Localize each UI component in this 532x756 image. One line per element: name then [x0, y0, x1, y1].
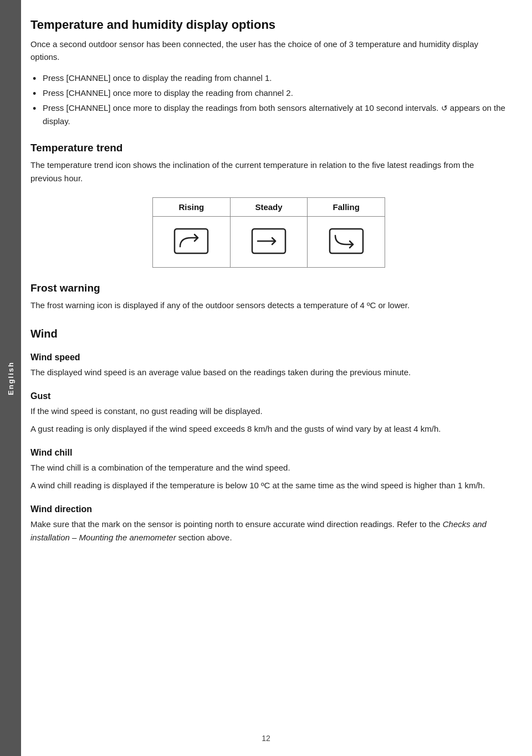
svg-rect-0 [175, 229, 208, 253]
trend-header-falling: Falling [308, 198, 385, 217]
trend-table: Rising Steady Falling [152, 197, 385, 268]
bullet-3-text: Press [CHANNEL] once more to display the… [43, 103, 439, 113]
frost-warning-body: The frost warning icon is displayed if a… [30, 299, 507, 312]
sidebar-label: English [7, 361, 15, 395]
temp-trend-title: Temperature trend [30, 142, 507, 154]
frost-warning-title: Frost warning [30, 282, 507, 294]
wind-chill-title: Wind chill [30, 448, 507, 458]
intro-text: Once a second outdoor sensor has been co… [30, 38, 507, 64]
gust-body1: If the wind speed is constant, no gust r… [30, 405, 507, 418]
wind-speed-title: Wind speed [30, 353, 507, 362]
bullet-item-2: Press [CHANNEL] once more to display the… [30, 86, 507, 99]
wind-direction-title: Wind direction [30, 504, 507, 514]
trend-header-steady: Steady [230, 198, 308, 217]
bullet-item-3: Press [CHANNEL] once more to display the… [30, 101, 507, 127]
sidebar: English [0, 0, 21, 756]
wind-chill-body1: The wind chill is a combination of the t… [30, 461, 507, 474]
page-title: Temperature and humidity display options [30, 18, 507, 32]
bullet-list: Press [CHANNEL] once to display the read… [30, 71, 507, 128]
falling-icon [328, 227, 365, 256]
rising-icon [172, 227, 210, 256]
wind-speed-body: The displayed wind speed is an average v… [30, 366, 507, 379]
svg-rect-3 [330, 229, 363, 253]
bullet-item-1: Press [CHANNEL] once to display the read… [30, 71, 507, 84]
temp-trend-body: The temperature trend icon shows the inc… [30, 159, 507, 185]
trend-table-wrapper: Rising Steady Falling [30, 197, 507, 268]
wind-direction-body: Make sure that the mark on the sensor is… [30, 518, 507, 544]
trend-icon-falling [308, 217, 385, 268]
wind-chill-body2: A wind chill reading is displayed if the… [30, 479, 507, 492]
page-number: 12 [0, 734, 532, 743]
steady-icon [250, 227, 288, 256]
gust-title: Gust [30, 391, 507, 401]
trend-icon-rising [153, 217, 231, 268]
trend-icon-steady [230, 217, 308, 268]
trend-header-rising: Rising [153, 198, 231, 217]
gust-body2: A gust reading is only displayed if the … [30, 422, 507, 436]
main-content: Temperature and humidity display options… [30, 0, 507, 582]
refresh-icon: ↺ [441, 103, 448, 115]
wind-main-title: Wind [30, 328, 507, 340]
